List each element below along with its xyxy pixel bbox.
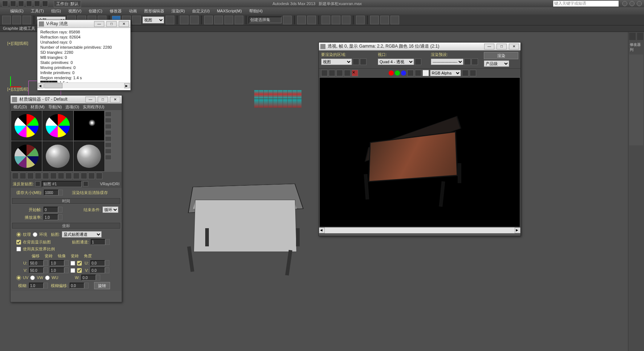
minimize-button[interactable]: — [484,44,494,49]
help-search-input[interactable]: 键入关键字或短语 [553,1,619,7]
vw-radio[interactable] [30,275,35,280]
region-edit-icon[interactable] [353,58,359,65]
sample-slot[interactable] [74,111,104,141]
mono-icon[interactable] [415,70,421,76]
map-channel-input[interactable] [91,239,105,245]
map-type-button[interactable]: VRayHDRI [100,182,120,186]
qat-save-icon[interactable] [26,1,32,7]
v-tile-checkbox[interactable] [77,268,82,273]
eyedropper-icon[interactable] [35,181,40,186]
modifier-stack-list[interactable] [629,55,643,145]
tb-scale-icon[interactable] [132,16,141,24]
end-cond-dropdown[interactable]: 循环 [102,206,118,213]
tb-pctsnap-icon[interactable] [224,16,233,24]
minimize-button[interactable]: — [94,21,104,27]
preview-icon[interactable] [105,142,112,148]
tb-curve-icon[interactable] [332,16,340,24]
tb-unlink-icon[interactable] [12,16,21,24]
maximize-button[interactable]: □ [98,97,108,102]
spinner-icon[interactable] [58,207,62,213]
select-by-mat-icon[interactable] [105,155,112,160]
blue-channel-icon[interactable] [401,70,406,76]
mat-menu-options[interactable]: 选项(O) [65,104,79,110]
lock-viewport-icon[interactable] [415,58,421,65]
options-icon[interactable] [105,149,112,154]
clear-image-icon[interactable]: ✕ [352,70,358,76]
blur-offset-input[interactable] [70,283,84,289]
v-tile-input[interactable] [50,267,64,273]
tb-spinner-icon[interactable] [235,16,243,24]
qat-new-icon[interactable] [10,1,16,7]
rate-input[interactable] [44,214,58,220]
u-offset-input[interactable] [29,260,44,266]
green-channel-icon[interactable] [395,70,400,76]
close-button[interactable]: ✕ [509,44,519,49]
tb-snap3-icon[interactable] [204,16,213,24]
tb-pivot-icon[interactable] [166,16,174,24]
minimize-button[interactable]: — [85,97,96,102]
favorites-icon[interactable] [629,1,635,6]
map-name-input[interactable] [42,181,82,187]
viewport-left-label[interactable]: [+][左][线框] [7,86,28,92]
u-tile-input[interactable] [50,260,64,266]
uv-radio[interactable] [16,275,21,280]
video-check-icon[interactable] [105,136,112,141]
uvtile-icon[interactable] [105,130,112,135]
menu-tools[interactable]: 工具(T) [28,8,47,15]
cache-size-input[interactable] [44,190,58,195]
tb-teapot-icon[interactable] [390,16,399,24]
put-to-scene-icon[interactable] [20,173,26,179]
copy-image-icon[interactable] [329,70,335,76]
show-in-vp-icon[interactable] [73,173,80,179]
env-dialog-icon[interactable] [471,58,478,65]
menu-modifiers[interactable]: 修改器 [107,8,125,15]
show-back-checkbox[interactable] [16,240,21,245]
named-selection-input[interactable]: 创建选择集 [249,17,282,23]
spinner-icon[interactable] [58,214,62,220]
put-to-lib-icon[interactable] [58,173,64,179]
infocenter-icon[interactable] [622,1,627,6]
color-swatch[interactable] [422,70,429,76]
map-type-dropdown[interactable]: 显式贴图通道 [62,231,102,238]
tb-rendersetup-icon[interactable] [370,16,379,24]
menu-edit[interactable]: 编辑(E) [7,8,27,15]
tb-link-icon[interactable] [2,16,11,24]
blur-input[interactable] [29,283,44,289]
top-color-bars[interactable] [254,90,301,108]
sample-slot[interactable] [11,111,42,141]
workspace-dropdown[interactable]: 工作台: 默认 [54,0,81,7]
cmd-tab-modify-icon[interactable] [637,33,644,40]
menu-customize[interactable]: 自定义(U) [189,8,212,15]
sample-type-icon[interactable] [105,112,112,117]
red-channel-icon[interactable] [389,70,394,76]
sample-slot[interactable] [11,141,42,171]
menu-graph[interactable]: 图形编辑器 [141,8,167,15]
region-auto-icon[interactable] [360,58,366,65]
make-unique-icon[interactable] [50,173,57,179]
material-id-icon[interactable] [65,173,72,179]
maximize-button[interactable]: □ [106,21,117,27]
menu-help[interactable]: 帮助(H) [246,8,266,15]
menu-maxscript[interactable]: MAXScript(M) [214,8,244,14]
spinner-icon[interactable] [105,239,110,245]
environ-radio[interactable] [33,232,37,237]
mat-menu-nav[interactable]: 导航(N) [48,104,62,110]
tb-keymode-icon[interactable] [190,16,199,24]
go-sibling-icon[interactable] [96,173,102,179]
save-image-icon[interactable] [321,70,328,76]
sample-slot[interactable] [74,141,104,171]
cmd-tab-create-icon[interactable] [629,33,636,40]
perspective-cabinet-object[interactable] [183,174,307,279]
qat-undo-icon[interactable] [34,1,40,7]
viewport-dropdown[interactable]: Quad 4 - 透视 [378,58,414,65]
dropdown-icon[interactable] [83,181,88,186]
w-angle-input[interactable] [81,275,96,281]
tb-align-icon[interactable] [307,16,316,24]
menu-create[interactable]: 创建(C) [86,8,105,15]
start-frame-input[interactable] [44,207,58,213]
render-output-view[interactable] [320,78,520,227]
make-copy-icon[interactable] [42,173,49,179]
maximize-button[interactable]: □ [497,44,507,49]
render-area-dropdown[interactable]: 视图 [321,58,352,65]
get-material-icon[interactable] [12,173,19,179]
